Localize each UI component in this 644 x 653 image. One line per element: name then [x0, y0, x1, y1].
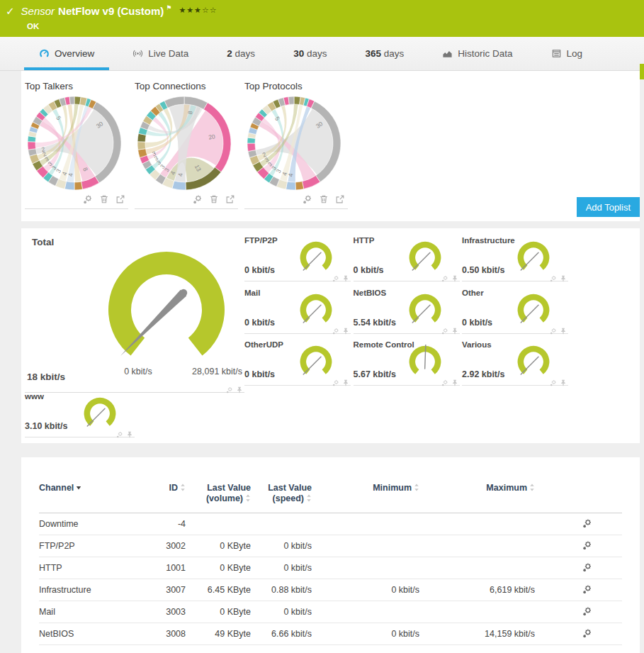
cell: 0 kbit/s: [312, 629, 419, 639]
toplist-settings-icon[interactable]: [193, 194, 203, 204]
toplist-delete-icon[interactable]: [209, 194, 219, 204]
tab-365-days[interactable]: 365 days: [346, 37, 423, 70]
cell: 3003: [163, 607, 186, 617]
gauge-value: 0 kbit/s: [354, 265, 384, 275]
toplist-delete-icon[interactable]: [99, 194, 109, 204]
gauge-settings-icon[interactable]: [332, 272, 339, 279]
gauge-settings-icon[interactable]: [441, 376, 448, 384]
gauge-settings-icon[interactable]: [441, 272, 448, 279]
gauge-settings-icon[interactable]: [550, 272, 557, 279]
add-toplist-button[interactable]: Add Toplist: [577, 197, 640, 217]
gauge-settings-icon[interactable]: [116, 428, 123, 435]
channel-settings-icon[interactable]: [582, 606, 592, 616]
gauge-pin-icon[interactable]: [560, 376, 567, 384]
status-check-icon: ✓: [6, 4, 15, 18]
gauge-tile: FTP/P2P 0 kbit/s: [244, 236, 351, 281]
mini-gauge: [295, 345, 337, 381]
channel-table-body: Downtime-4FTP/P2P30020 KByte0 kbit/sHTTP…: [21, 513, 640, 645]
cell: 0 kbit/s: [251, 541, 312, 551]
channel-settings-icon[interactable]: [582, 584, 592, 594]
flag-icon[interactable]: ⚑: [166, 1, 171, 15]
tab-2-days[interactable]: 2 days: [208, 37, 274, 70]
tab-log[interactable]: Log: [532, 37, 602, 70]
prtg-sensor-page: ✓ Sensor NetFlow v9 (Custom) ⚑ ★★★☆☆ OK …: [0, 0, 644, 653]
gauge-settings-icon[interactable]: [550, 325, 557, 332]
cell: 0 kbit/s: [251, 607, 312, 617]
toplist-open-icon[interactable]: [115, 194, 125, 204]
toplist-delete-icon[interactable]: [319, 194, 329, 204]
table-row[interactable]: Mail30030 KByte0 kbit/s: [39, 601, 622, 623]
cell: Infrastructure: [39, 585, 163, 595]
gauge-value: 0 kbit/s: [244, 318, 275, 328]
gauge-pin-icon[interactable]: [560, 272, 567, 279]
table-row[interactable]: HTTP10010 KByte0 kbit/s: [39, 557, 622, 579]
gauge-pin-icon[interactable]: [451, 376, 458, 384]
toplist-settings-icon[interactable]: [83, 194, 93, 204]
column-header-id[interactable]: ID: [163, 483, 186, 493]
tab-live-data[interactable]: Live Data: [113, 37, 208, 70]
gauge-pin-icon[interactable]: [342, 272, 349, 279]
tab-30-days[interactable]: 30 days: [274, 37, 346, 70]
table-row[interactable]: Downtime-4: [39, 513, 622, 535]
gauge-value: 0.50 kbit/s: [462, 265, 504, 275]
gauge-pin-icon[interactable]: [342, 325, 349, 332]
tab-historic-data[interactable]: Historic Data: [423, 37, 531, 70]
gauge-settings-icon[interactable]: [441, 325, 448, 332]
cell: 0 kbit/s: [312, 585, 419, 595]
gauge-value: 0 kbit/s: [462, 318, 492, 328]
gauge-pin-icon[interactable]: [560, 325, 567, 332]
sort-icon: [180, 484, 186, 491]
sensor-header: ✓ Sensor NetFlow v9 (Custom) ⚑ ★★★☆☆ OK: [0, 0, 644, 37]
gauge-tile-total: Total 0 kbit/s 28,091 kbit/s 18 kbit/s: [25, 235, 244, 393]
broadcast-icon: [132, 48, 143, 59]
cell: 0 KByte: [186, 541, 251, 551]
cell: 3007: [163, 585, 186, 595]
toplist-settings-icon[interactable]: [303, 194, 312, 204]
gauge-title: Other: [462, 289, 484, 297]
toplist-open-icon[interactable]: [335, 194, 345, 204]
toplist-open-icon[interactable]: [225, 194, 235, 204]
channels-card: ChannelIDLast Value(volume)Last Value(sp…: [21, 457, 640, 653]
gauge-actions: [441, 272, 458, 279]
channel-settings-icon[interactable]: [582, 628, 592, 638]
cell: 3002: [163, 541, 186, 551]
sort-icon: [245, 494, 251, 502]
mini-gauge: [295, 240, 337, 277]
gauge-actions: [226, 384, 243, 391]
gauge-actions: [332, 376, 349, 384]
gauge-pin-icon[interactable]: [342, 376, 349, 384]
tab-overview[interactable]: Overview: [20, 37, 113, 70]
gauge-title: Various: [462, 340, 492, 349]
gauge-pin-icon[interactable]: [126, 428, 133, 435]
channel-settings-icon[interactable]: [582, 562, 592, 572]
channel-settings-icon[interactable]: [582, 518, 592, 528]
column-header-minimum[interactable]: Minimum: [312, 483, 419, 493]
table-row[interactable]: NetBIOS300849 KByte6.66 kbit/s0 kbit/s14…: [39, 623, 622, 645]
gauge-pin-icon[interactable]: [451, 272, 458, 279]
column-header-maximum[interactable]: Maximum: [419, 483, 535, 493]
cell: 0 KByte: [186, 607, 251, 617]
accent-sliver: [640, 64, 644, 79]
channel-settings-icon[interactable]: [582, 540, 592, 550]
toplist-panel: Top Connections820134433333: [135, 79, 238, 209]
column-header-last-value[interactable]: Last Value(volume): [186, 483, 251, 504]
gauge-pin-icon[interactable]: [236, 384, 243, 391]
gauge-settings-icon[interactable]: [550, 376, 557, 384]
column-header-last-value[interactable]: Last Value(speed): [251, 483, 312, 504]
gauge-settings-icon[interactable]: [226, 384, 233, 391]
gauge-tile: Remote Control 5.67 kbit/s: [354, 340, 460, 386]
page-title: NetFlow v9 (Custom): [58, 4, 164, 18]
priority-stars[interactable]: ★★★☆☆: [179, 3, 217, 17]
mini-gauge: [79, 396, 120, 433]
gauge-actions: [332, 272, 349, 279]
chord-diagram: 305844333322: [25, 94, 124, 193]
chart-icon: [442, 48, 453, 59]
column-header-channel[interactable]: Channel: [39, 483, 163, 493]
table-row[interactable]: Infrastructure30076.45 KByte0.88 kbit/s0…: [39, 579, 622, 601]
gauge-pin-icon[interactable]: [451, 325, 458, 332]
gauge-settings-icon[interactable]: [332, 376, 339, 384]
gauge-settings-icon[interactable]: [332, 325, 339, 332]
tab-bar: OverviewLive Data2 days30 days365 daysHi…: [0, 37, 644, 71]
cell: 0.88 kbit/s: [251, 585, 312, 595]
table-row[interactable]: FTP/P2P30020 KByte0 kbit/s: [39, 535, 622, 557]
